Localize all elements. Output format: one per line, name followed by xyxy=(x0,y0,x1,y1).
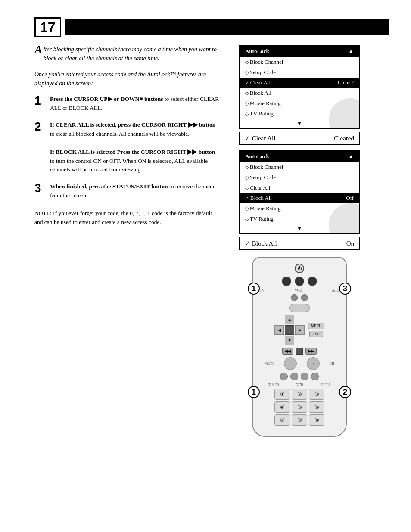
dpad-br xyxy=(295,336,305,345)
menu1-item-1-label: Setup Code xyxy=(245,69,276,76)
num-7[interactable]: ⑦ xyxy=(274,414,290,426)
menu2-header-arrow: ▲ xyxy=(348,153,354,160)
vcr-func-label: VCR xyxy=(296,383,303,387)
btn-dark-2[interactable] xyxy=(295,277,304,286)
num-3[interactable]: ③ xyxy=(309,389,324,400)
rewind-button[interactable]: ◀◀ xyxy=(282,348,293,355)
vol-ch-row: MUTE − + CH xyxy=(260,357,339,370)
numpad: ① ② ③ ④ ⑤ ⑥ ⑦ ⑧ ⑨ xyxy=(260,389,339,426)
acc-label: ACC xyxy=(332,289,339,292)
menu2-item-3-label: Block All xyxy=(245,195,272,202)
btn-dark-3[interactable] xyxy=(308,277,317,286)
num-5[interactable]: ⑤ xyxy=(292,401,307,413)
step-number-2: 2 xyxy=(34,121,45,133)
step-3: 3 When finished, press the STATUS/EXIT b… xyxy=(34,182,220,200)
remote-top: ⏻ xyxy=(260,264,339,273)
dpad-up[interactable]: ▲ xyxy=(285,315,294,324)
menu1-item-2-selected: Clear All Clear ? xyxy=(240,78,359,88)
step-1-content: Press the CURSOR UP▶ or DOWN■ buttons to… xyxy=(50,95,220,113)
dpad-left[interactable]: ◀ xyxy=(274,325,284,335)
step-2: 2 If CLEAR ALL is selected, press the CU… xyxy=(34,121,220,175)
step-number-3: 3 xyxy=(34,182,45,194)
dpad-bl xyxy=(274,336,284,345)
intro-paragraph-1: After blocking specific channels there m… xyxy=(34,45,220,63)
right-column: AutoLock ▲ Block Channel Setup Code Clea… xyxy=(233,45,366,437)
status1-value: Cleared xyxy=(334,135,354,142)
vcr-label: VCR xyxy=(295,289,302,292)
sm-btn-1[interactable] xyxy=(280,373,288,380)
menu2-item-0-label: Block Channel xyxy=(245,164,283,171)
menu2-item-3-selected: Block All Off xyxy=(240,193,359,203)
fastforward-button[interactable]: ▶▶ xyxy=(305,348,317,355)
page: 17 After blocking specific channels ther… xyxy=(0,0,411,532)
num-6[interactable]: ⑥ xyxy=(309,401,324,413)
chapter-header: 17 xyxy=(34,17,389,37)
mute-label: MUTE xyxy=(265,362,274,366)
intro-paragraph-2: Once you've entered your access code and… xyxy=(34,70,220,88)
menu1-item-5: TV Rating xyxy=(240,109,359,119)
num-8[interactable]: ⑧ xyxy=(292,414,307,426)
num-9[interactable]: ⑨ xyxy=(309,414,324,426)
step-2-bold-2: If BLOCK ALL is selected Press the CURSO… xyxy=(50,149,215,155)
step-number-1: 1 xyxy=(34,95,45,107)
left-column: After blocking specific channels there m… xyxy=(34,45,220,437)
menu1-item-2-value: Clear ? xyxy=(338,79,354,86)
transport-row: ◀◀ ▶▶ xyxy=(260,348,339,355)
step-3-bold: When finished, press the STATUS/EXIT but… xyxy=(50,183,168,190)
oval-button[interactable] xyxy=(289,304,310,312)
power-button[interactable]: ⏻ xyxy=(295,264,304,273)
menu1-item-5-label: TV Rating xyxy=(245,110,274,117)
status1-label: Clear All xyxy=(245,134,275,142)
menu1-header-arrow: ▲ xyxy=(348,48,354,55)
menu2-down-arrow: ▼ xyxy=(240,224,359,233)
top-buttons-row xyxy=(260,277,339,286)
dpad-tl xyxy=(274,315,284,324)
dpad: ▲ ◀ ▶ ▼ xyxy=(274,315,305,345)
menu2-item-1: Setup Code xyxy=(240,172,359,183)
btn-source-1[interactable] xyxy=(291,294,298,301)
badge-label-3: 3 xyxy=(339,283,351,295)
menu2-item-1-label: Setup Code xyxy=(245,174,276,181)
step-2-content: If CLEAR ALL is selected, press the CURS… xyxy=(50,121,220,175)
menu-button[interactable]: MENU xyxy=(308,323,324,329)
menu-box-2: AutoLock ▲ Block Channel Setup Code Clea… xyxy=(239,150,360,234)
num-4[interactable]: ④ xyxy=(274,401,290,413)
exit-button[interactable]: EXIT xyxy=(309,331,323,337)
note: NOTE: If you ever forget your code, the … xyxy=(34,209,220,227)
btn-dark-1[interactable] xyxy=(282,277,291,286)
status-bar-2: Block All On xyxy=(239,237,360,250)
status2-label: Block All xyxy=(245,240,277,247)
step-1-bold: Press the CURSOR UP▶ or DOWN■ buttons xyxy=(50,96,163,102)
dpad-center[interactable] xyxy=(285,325,294,335)
badge-label-1a: 1 xyxy=(248,283,260,295)
stop-button[interactable] xyxy=(296,348,303,355)
btn-source-2[interactable] xyxy=(301,294,308,301)
step-2-text-1: to clear all blocked channels. All chann… xyxy=(50,131,190,137)
menu1-item-4-label: Movie Rating xyxy=(245,100,281,107)
menu1-down-arrow: ▼ xyxy=(240,119,359,128)
sleep-label: SLEEP xyxy=(321,383,331,387)
content-area: After blocking specific channels there m… xyxy=(34,45,389,437)
status2-value: On xyxy=(346,240,354,247)
intro-text-2: Once you've entered your access code and… xyxy=(34,71,206,87)
ch-label: CH xyxy=(330,362,334,366)
menu2-item-2-label: Clear All xyxy=(245,184,270,191)
menu2-item-4: Movie Rating xyxy=(240,203,359,214)
menu2-item-0: Block Channel xyxy=(240,162,359,172)
num-2[interactable]: ② xyxy=(292,389,307,400)
menu1-item-3: Block All xyxy=(240,88,359,98)
source-buttons-row xyxy=(260,294,339,301)
dpad-down[interactable]: ▼ xyxy=(285,336,294,345)
num-1[interactable]: ① xyxy=(274,389,290,400)
dpad-right[interactable]: ▶ xyxy=(295,325,305,335)
sm-btn-3[interactable] xyxy=(301,373,308,380)
menu2-item-5-label: TV Rating xyxy=(245,215,274,222)
sm-btn-2[interactable] xyxy=(290,373,298,380)
sleep-btn[interactable] xyxy=(311,373,319,380)
small-buttons-row xyxy=(260,373,339,380)
vol-plus[interactable]: + xyxy=(307,357,320,370)
intro-text-1: fter blocking specific channels there ma… xyxy=(44,46,217,62)
step-2-text-2: to turn the control ON or OFF. When ON i… xyxy=(50,158,208,173)
vol-minus[interactable]: − xyxy=(284,357,297,370)
status-bar-1: Clear All Cleared xyxy=(239,132,360,145)
